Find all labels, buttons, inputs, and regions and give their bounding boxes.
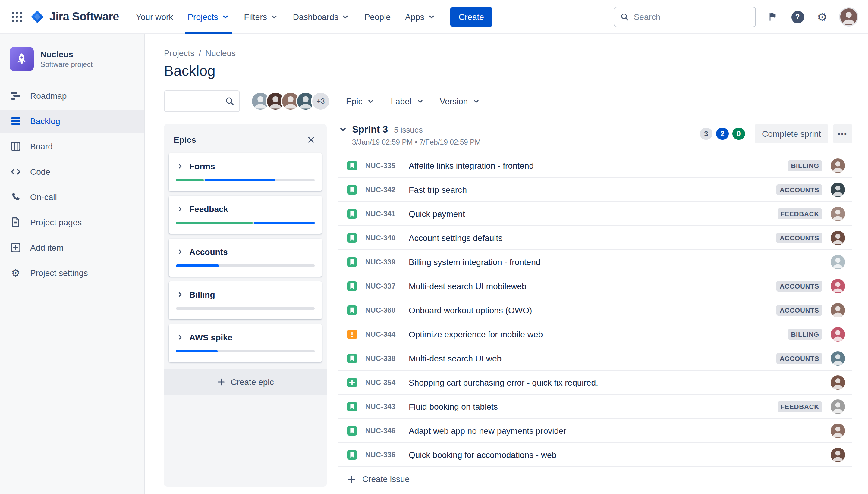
avatar-overflow-badge[interactable]: +3 (311, 92, 330, 111)
issue-summary: Onboard workout options (OWO) (409, 305, 770, 315)
epic-card[interactable]: Forms (169, 153, 322, 191)
sidebar-item-project-settings[interactable]: ⚙ Project settings (0, 262, 144, 284)
issue-row[interactable]: NUC-346 Adapt web app no new payments pr… (337, 419, 852, 443)
sprint-header-right: 3 2 0 Complete sprint ••• (700, 124, 852, 144)
issue-label-badge: FEEDBACK (777, 208, 822, 219)
nav-item[interactable]: Projects (180, 0, 237, 34)
help-icon[interactable]: ? (790, 9, 805, 25)
status-count-badge: 2 (716, 128, 729, 140)
story-icon (347, 450, 357, 459)
nav-item[interactable]: Apps (398, 0, 443, 34)
nav-item[interactable]: Filters (237, 0, 286, 34)
epic-name: Forms (189, 162, 215, 171)
filter-dropdown-label: Label (391, 96, 411, 106)
issue-row[interactable]: NUC-340 Account settings defaults ACCOUN… (337, 226, 852, 250)
announcements-flag-icon[interactable] (765, 9, 781, 25)
sidebar-item-backlog[interactable]: Backlog (0, 110, 144, 133)
project-avatar[interactable] (10, 47, 34, 71)
issue-row[interactable]: NUC-360 Onboard workout options (OWO) AC… (337, 298, 852, 322)
assignee-avatar[interactable] (831, 303, 845, 317)
complete-sprint-button[interactable]: Complete sprint (755, 124, 828, 144)
create-button[interactable]: Create (450, 7, 493, 26)
assignee-avatar[interactable] (831, 279, 845, 293)
create-issue-label: Create issue (362, 474, 410, 484)
nav-item[interactable]: People (357, 0, 398, 34)
progress-inprogress-segment (176, 350, 218, 353)
issue-row[interactable]: NUC-341 Quick payment FEEDBACK (337, 202, 852, 226)
epic-card[interactable]: Feedback (169, 196, 322, 234)
assignee-avatar[interactable] (831, 254, 845, 269)
assignee-facepile (251, 92, 315, 111)
breadcrumb-project-name[interactable]: Nucleus (205, 48, 236, 58)
issue-label-badge: BILLING (788, 160, 822, 171)
assignee-avatar[interactable] (831, 206, 845, 221)
breadcrumb-projects[interactable]: Projects (164, 48, 195, 58)
chevron-right-icon (176, 333, 184, 342)
user-avatar[interactable] (839, 7, 858, 26)
global-search-input[interactable] (634, 12, 749, 22)
filter-dropdown[interactable]: Epic (346, 96, 375, 106)
sprint-issue-count: 5 issues (394, 125, 423, 134)
sidebar-item-board[interactable]: Board (0, 135, 144, 158)
sidebar-item-project-pages[interactable]: Project pages (0, 211, 144, 234)
close-icon[interactable] (304, 133, 318, 147)
epic-card[interactable]: AWS spike (169, 324, 322, 362)
sprint-name[interactable]: Sprint 3 (352, 124, 388, 135)
jira-logo[interactable]: Jira Software (30, 10, 119, 24)
issue-row[interactable]: NUC-337 Multi-dest search UI mobileweb A… (337, 274, 852, 298)
issue-row[interactable]: NUC-335 Affelite links integration - fro… (337, 154, 852, 178)
nav-item[interactable]: Dashboards (286, 0, 357, 34)
assignee-avatar[interactable] (831, 351, 845, 365)
chevron-right-icon (176, 290, 184, 299)
issue-row[interactable]: NUC-344 Optimize experience for mobile w… (337, 322, 852, 346)
sidebar-item-add-item[interactable]: Add item (0, 236, 144, 259)
create-issue-button[interactable]: Create issue (337, 467, 852, 486)
brand-wordmark: Jira Software (50, 10, 119, 23)
new-feature-icon (347, 377, 357, 387)
sidebar-item-oncall[interactable]: On-call (0, 186, 144, 208)
assignee-avatar[interactable] (831, 182, 845, 197)
global-search[interactable] (614, 7, 756, 27)
assignee-avatar[interactable] (831, 447, 845, 462)
assignee-avatar[interactable] (831, 375, 845, 390)
document-icon (10, 216, 22, 228)
assignee-avatar[interactable] (831, 230, 845, 245)
assignee-avatar[interactable] (831, 399, 845, 414)
sidebar-item-code[interactable]: Code (0, 160, 144, 183)
settings-gear-icon[interactable]: ⚙ (814, 9, 830, 25)
issue-row[interactable]: NUC-354 Shopping cart purchasing error -… (337, 370, 852, 395)
app-switcher-icon[interactable] (7, 7, 26, 26)
issue-key: NUC-337 (365, 282, 405, 290)
issue-row[interactable]: NUC-336 Quick booking for accomodations … (337, 443, 852, 467)
backlog-search[interactable] (164, 90, 240, 112)
issue-key: NUC-338 (365, 354, 405, 362)
backlog-search-input[interactable] (171, 96, 225, 106)
filter-dropdown[interactable]: Label (391, 96, 424, 106)
filter-dropdown[interactable]: Version (440, 96, 480, 106)
collapse-chevron-icon[interactable] (337, 124, 348, 135)
issue-row[interactable]: NUC-343 Fluid booking on tablets FEEDBAC… (337, 395, 852, 419)
issue-row[interactable]: NUC-339 Billing system integration - fro… (337, 250, 852, 274)
epic-card[interactable]: Billing (169, 281, 322, 319)
create-epic-button[interactable]: Create epic (164, 369, 327, 395)
issue-key: NUC-335 (365, 161, 405, 170)
issue-summary: Adapt web app no new payments provider (409, 425, 822, 435)
progress-inprogress-segment (176, 264, 219, 267)
issue-row[interactable]: NUC-342 Fast trip search ACCOUNTS (337, 178, 852, 202)
epic-name: Accounts (189, 247, 228, 256)
more-actions-button[interactable]: ••• (833, 124, 852, 144)
sidebar-item-roadmap[interactable]: Roadmap (0, 84, 144, 107)
chevron-right-icon (176, 162, 184, 170)
assignee-avatar[interactable] (831, 423, 845, 438)
nav-item-label: People (364, 12, 391, 22)
topnav-right-cluster: ? ⚙ (614, 7, 858, 27)
top-nav: Jira Software Your work Projects Filters (0, 0, 868, 34)
issue-key: NUC-341 (365, 209, 405, 218)
epic-card[interactable]: Accounts (169, 239, 322, 277)
chevron-down-icon (221, 13, 230, 21)
assignee-avatar[interactable] (831, 158, 845, 173)
nav-item[interactable]: Your work (129, 0, 181, 34)
issue-row[interactable]: NUC-338 Multi-dest search UI web ACCOUNT… (337, 346, 852, 370)
issue-key: NUC-354 (365, 378, 405, 386)
assignee-avatar[interactable] (831, 327, 845, 341)
